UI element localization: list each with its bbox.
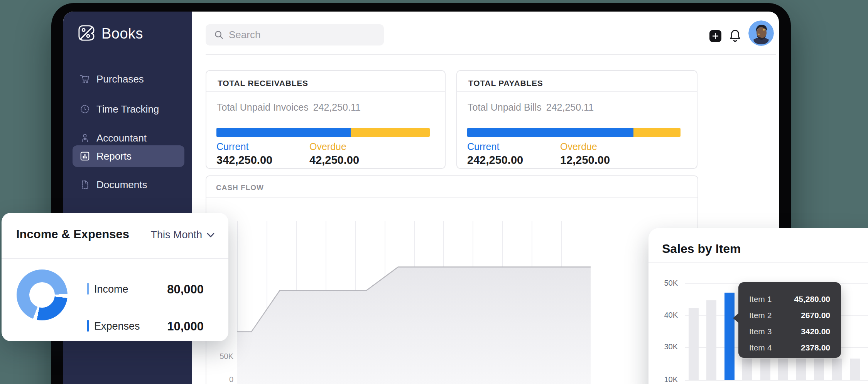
- accountant-icon: [80, 133, 90, 143]
- user-avatar[interactable]: [748, 20, 774, 46]
- receivables-progress-current: [216, 128, 351, 137]
- tooltip-row: Item 1 45,280.00: [749, 292, 830, 306]
- sales-bar[interactable]: [850, 359, 860, 380]
- tooltip-item-label: Item 2: [749, 311, 772, 320]
- reports-icon: [80, 151, 90, 161]
- unpaid-bills-row: Total Unpaid Bills242,250.11: [468, 102, 594, 113]
- payables-progress-current: [467, 128, 633, 137]
- current-label: Current: [467, 141, 499, 152]
- cash-flow-area: [237, 221, 591, 384]
- overdue-label: Overdue: [309, 141, 346, 152]
- document-icon: [80, 180, 90, 190]
- tooltip-item-label: Item 3: [749, 327, 772, 336]
- divider: [206, 197, 697, 198]
- period-dropdown[interactable]: This Month: [150, 229, 214, 241]
- tooltip-item-label: Item 1: [749, 295, 772, 304]
- unpaid-invoices-row: Total Unpaid Invoices242,250.11: [217, 102, 361, 113]
- expenses-legend-tick: [87, 320, 89, 332]
- sidebar-item-label: Purchases: [96, 73, 144, 85]
- search-box[interactable]: [206, 24, 384, 45]
- sidebar-item-documents[interactable]: Documents: [73, 173, 184, 197]
- sidebar-item-label: Reports: [96, 150, 132, 162]
- income-expenses-title: Income & Expenses: [16, 227, 129, 241]
- sales-bar[interactable]: [706, 300, 716, 380]
- divider: [648, 262, 868, 263]
- sidebar-item-reports[interactable]: Reports: [73, 145, 184, 167]
- tooltip-row: Item 3 3420.00: [749, 324, 830, 339]
- app-logo[interactable]: Books: [77, 24, 143, 44]
- topbar-divider: [206, 54, 776, 55]
- add-new-button[interactable]: [709, 30, 721, 42]
- sidebar-item-label: Documents: [96, 179, 147, 191]
- expenses-legend-label: Expenses: [94, 320, 140, 332]
- tooltip-row: Item 2 2670.00: [749, 308, 830, 322]
- sales-bar[interactable]: [814, 359, 824, 380]
- sales-tooltip: Item 1 45,280.00 Item 2 2670.00 Item 3 3…: [738, 282, 841, 358]
- tooltip-item-value: 2670.00: [801, 311, 830, 320]
- cashflow-ytick-50k: 50K: [211, 352, 233, 361]
- divider: [2, 258, 228, 259]
- screenshot-root: Books Purchases: [0, 0, 868, 384]
- overdue-value: 12,250.00: [560, 154, 610, 167]
- sidebar-item-time-tracking[interactable]: Time Tracking: [73, 97, 184, 121]
- sales-by-item-card: Sales by Item 50K 40K 30K 10K Item 1 45,…: [648, 228, 868, 384]
- sales-by-item-title: Sales by Item: [662, 242, 741, 256]
- app-logo-label: Books: [101, 25, 143, 42]
- cart-icon: [80, 74, 90, 84]
- total-payables-card: TOTAL PAYABLES Total Unpaid Bills242,250…: [456, 70, 697, 169]
- plus-icon: [712, 33, 719, 39]
- total-receivables-card: TOTAL RECEIVABLES Total Unpaid Invoices2…: [206, 70, 446, 169]
- income-legend-label: Income: [94, 283, 128, 295]
- notifications-button[interactable]: [728, 29, 742, 43]
- unpaid-bills-value: 242,250.11: [546, 102, 594, 113]
- search-input[interactable]: [229, 29, 375, 41]
- cash-flow-chart: [237, 221, 591, 384]
- current-value: 242,250.00: [467, 154, 523, 167]
- sales-bar[interactable]: [742, 359, 752, 380]
- current-label: Current: [216, 141, 248, 152]
- overdue-label: Overdue: [560, 141, 597, 152]
- income-value: 80,000: [167, 283, 204, 296]
- income-expenses-card: Income & Expenses This Month Income 80,0…: [2, 213, 228, 341]
- sidebar-item-label: Accountant: [96, 132, 147, 144]
- tooltip-row: Item 4 2378.00: [749, 340, 830, 355]
- period-dropdown-label: This Month: [150, 229, 202, 241]
- payables-progress: [467, 128, 681, 137]
- cashflow-ytick-0: 0: [211, 375, 233, 384]
- income-legend-tick: [87, 283, 89, 295]
- tooltip-item-value: 45,280.00: [794, 295, 830, 304]
- avatar-image: [748, 20, 774, 46]
- sales-bar[interactable]: [796, 359, 806, 380]
- gridline-10k: [685, 380, 868, 381]
- current-value: 342,250.00: [216, 154, 272, 167]
- sales-bar[interactable]: [760, 359, 770, 380]
- receivables-title: TOTAL RECEIVABLES: [218, 79, 308, 88]
- expenses-value: 10,000: [167, 320, 204, 333]
- cash-flow-title: CASH FLOW: [216, 184, 264, 192]
- divider: [457, 91, 697, 92]
- tooltip-item-value: 2378.00: [801, 343, 830, 352]
- sidebar-item-purchases[interactable]: Purchases: [73, 67, 184, 91]
- receivables-progress: [216, 128, 430, 137]
- payables-title: TOTAL PAYABLES: [468, 79, 543, 88]
- clock-icon: [80, 104, 90, 114]
- tooltip-item-label: Item 4: [749, 343, 772, 352]
- chevron-down-icon: [207, 232, 214, 238]
- cash-flow-card: CASH FLOW 50K 0: [206, 175, 698, 384]
- sidebar-item-label: Time Tracking: [96, 103, 159, 115]
- unpaid-invoices-value: 242,250.11: [313, 102, 361, 113]
- overdue-value: 42,250.00: [309, 154, 359, 167]
- bell-icon: [728, 29, 742, 43]
- tooltip-item-value: 3420.00: [801, 327, 830, 336]
- search-icon: [214, 30, 224, 40]
- sales-bar[interactable]: [689, 308, 699, 380]
- books-logo-icon: [77, 24, 95, 44]
- income-expenses-donut-chart: [17, 269, 68, 320]
- sales-bar-highlighted[interactable]: [724, 293, 735, 380]
- divider: [206, 91, 445, 92]
- sales-bar[interactable]: [832, 359, 842, 380]
- sales-bar[interactable]: [778, 359, 788, 380]
